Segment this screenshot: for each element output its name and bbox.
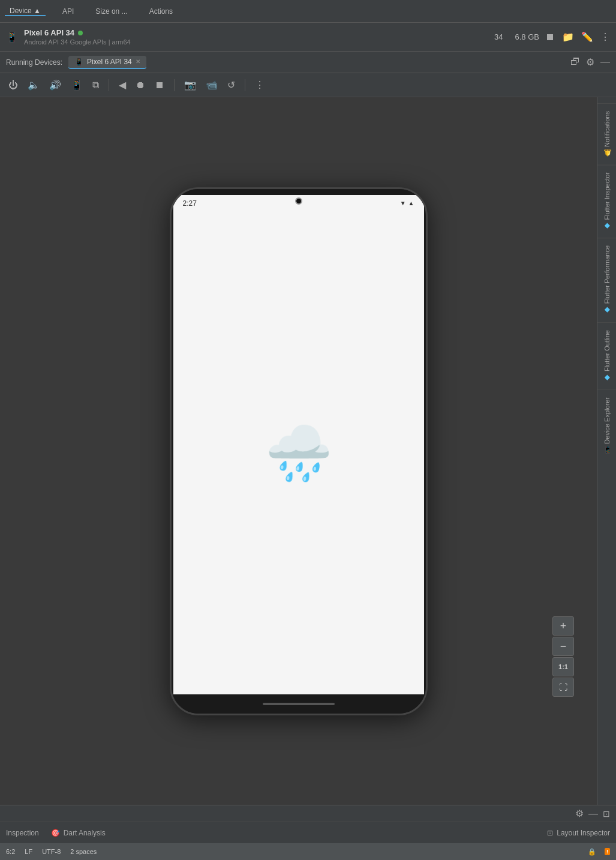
pixel6-tab[interactable]: 📱 Pixel 6 API 34 ✕ — [68, 56, 146, 69]
volume-down-button[interactable]: 🔈 — [25, 77, 42, 93]
device-info-row: 📱 Pixel 6 API 34 Android API 34 Google A… — [0, 23, 616, 52]
more-button[interactable]: ⋮ — [600, 31, 610, 43]
more-controls-button[interactable]: ⋮ — [253, 77, 267, 93]
window-button[interactable]: 🗗 — [570, 56, 580, 68]
power-button[interactable]: ⏻ — [6, 77, 20, 93]
encoding: UTF-8 — [42, 848, 61, 855]
inspection-tab[interactable]: Inspection — [6, 824, 39, 842]
running-devices-label: Running Devices: — [6, 58, 62, 67]
wifi-icon: ▼ — [400, 200, 406, 206]
volume-up-button[interactable]: 🔊 — [47, 77, 64, 93]
flutter-outline-icon: ◆ — [603, 374, 611, 382]
device-storage: 6.8 GB — [515, 32, 539, 41]
dart-analysis-label: Dart Analysis — [64, 829, 106, 837]
device-explorer-label: Device Explorer — [603, 397, 611, 444]
flutter-outline-tab[interactable]: ◆ Flutter Outline — [597, 322, 616, 389]
collapse-icon[interactable]: — — [588, 808, 598, 819]
zoom-fit-button[interactable]: ⛶ — [552, 678, 574, 697]
notifications-icon: 🔔 — [603, 149, 611, 157]
encoding-value: UTF-8 — [42, 848, 61, 855]
settings-button[interactable]: ⚙ — [586, 56, 594, 68]
main-area: 2:27 ▼ ▲ 🌧️ DEBUG — [0, 97, 616, 805]
device-column-bar: Device ▲ API Size on ... Actions — [0, 0, 616, 23]
rain-icon: 🌧️ — [265, 426, 332, 480]
flutter-performance-label: Flutter Performance — [603, 245, 611, 304]
notifications-label: Notifications — [603, 111, 611, 147]
flutter-performance-tab[interactable]: ◆ Flutter Performance — [597, 238, 616, 322]
emulator-display[interactable]: 2:27 ▼ ▲ 🌧️ DEBUG — [0, 97, 597, 805]
signal-icon: ▲ — [408, 200, 414, 206]
device-explorer-tab[interactable]: 📱 Device Explorer — [597, 389, 616, 462]
stop-emulator-button[interactable]: ⏹ — [152, 77, 167, 93]
tab-label: Pixel 6 API 34 — [87, 58, 132, 66]
indent: 2 spaces — [70, 848, 97, 855]
dart-analysis-icon: 🎯 — [51, 829, 60, 837]
device-col-api[interactable]: API — [58, 7, 79, 16]
phone-status-bar: 2:27 ▼ ▲ — [173, 195, 424, 212]
status-bar: 6:2 LF UTF-8 2 spaces 🔒 ! — [0, 843, 616, 860]
zoom-in-button[interactable]: + — [552, 616, 574, 636]
device-explorer-icon: 📱 — [603, 446, 611, 454]
stop-button[interactable]: ⏹ — [545, 32, 555, 43]
flutter-inspector-icon: ◆ — [603, 222, 611, 230]
rotate-button[interactable]: 📱 — [68, 77, 85, 93]
running-bar-actions: 🗗 ⚙ — — [570, 56, 610, 68]
expand-icon[interactable]: ⊡ — [603, 809, 610, 819]
flutter-outline-label: Flutter Outline — [603, 330, 611, 371]
inspection-label: Inspection — [6, 829, 39, 837]
edit-button[interactable]: ✏️ — [581, 31, 593, 43]
phone-camera-dot — [295, 197, 302, 205]
device-status-dot — [78, 31, 83, 35]
dart-analysis-tab[interactable]: 🎯 Dart Analysis — [51, 824, 106, 842]
rotate-screen-button[interactable]: ↺ — [225, 77, 238, 93]
phone-app-content: 🌧️ — [173, 212, 424, 694]
phone-status-icons: ▼ ▲ — [400, 200, 414, 206]
notifications-tab[interactable]: 🔔 Notifications — [597, 103, 616, 164]
phone-screen[interactable]: 2:27 ▼ ▲ 🌧️ DEBUG — [173, 195, 424, 694]
device-subtitle: Android API 34 Google APIs | arm64 — [24, 38, 131, 46]
bottom-section: ⚙ — ⊡ Inspection 🎯 Dart Analysis ⊡ Layou… — [0, 805, 616, 860]
device-col-device[interactable]: Device ▲ — [5, 7, 46, 16]
lock-icon: 🔒 — [588, 848, 596, 856]
device-col-size[interactable]: Size on ... — [91, 7, 132, 16]
status-right-icons: 🔒 ! — [588, 848, 610, 856]
device-action-buttons: ⏹ 📁 ✏️ ⋮ — [545, 31, 610, 43]
bottom-tabs-bar: Inspection 🎯 Dart Analysis ⊡ Layout Insp… — [0, 822, 616, 843]
layout-inspector-tab[interactable]: ⊡ Layout Inspector — [547, 824, 610, 842]
cursor-position-value: 6:2 — [6, 848, 15, 855]
folder-button[interactable]: 📁 — [562, 31, 574, 43]
controls-separator — [109, 79, 109, 91]
settings-bar: ⚙ — ⊡ — [0, 805, 616, 822]
controls-separator-3 — [245, 79, 245, 91]
screenshot-button[interactable]: 📷 — [182, 77, 199, 93]
zoom-out-button[interactable]: − — [552, 637, 574, 656]
controls-separator-2 — [174, 79, 175, 91]
device-name: Pixel 6 API 34 — [24, 28, 131, 37]
emulator-controls-bar: ⏻ 🔈 🔊 📱 ⧉ ◀ ⏺ ⏹ 📷 📹 ↺ ⋮ — [0, 73, 616, 97]
warning-icon: ! — [605, 848, 610, 855]
device-col-actions[interactable]: Actions — [145, 7, 178, 16]
line-ending-value: LF — [25, 848, 32, 855]
flutter-inspector-label: Flutter Inspector — [603, 172, 611, 220]
fold-button[interactable]: ⧉ — [90, 77, 101, 93]
back-button[interactable]: ◀ — [116, 77, 128, 93]
tab-close-button[interactable]: ✕ — [136, 58, 140, 65]
phone-bottom-bar — [172, 694, 426, 714]
flutter-inspector-tab[interactable]: ◆ Flutter Inspector — [597, 164, 616, 238]
minimize-button[interactable]: — — [600, 56, 610, 68]
zoom-ratio-button[interactable]: 1:1 — [552, 657, 574, 676]
home-button[interactable]: ⏺ — [133, 77, 148, 93]
device-type-icon: 📱 — [6, 31, 18, 43]
indent-value: 2 spaces — [70, 848, 97, 855]
running-devices-bar: Running Devices: 📱 Pixel 6 API 34 ✕ 🗗 ⚙ … — [0, 52, 616, 73]
layout-inspector-label: Layout Inspector — [557, 829, 610, 837]
settings-gear-icon[interactable]: ⚙ — [575, 808, 584, 819]
phone-time: 2:27 — [183, 199, 197, 208]
device-stats: 34 6.8 GB — [494, 32, 539, 41]
layout-inspector-icon: ⊡ — [547, 829, 553, 837]
flutter-performance-icon: ◆ — [603, 307, 611, 315]
phone-frame: 2:27 ▼ ▲ 🌧️ DEBUG — [170, 187, 428, 715]
side-tabs-panel: 🔔 Notifications ◆ Flutter Inspector ◆ Fl… — [597, 97, 616, 805]
screen-record-button[interactable]: 📹 — [203, 77, 220, 93]
cursor-position: 6:2 — [6, 848, 15, 855]
